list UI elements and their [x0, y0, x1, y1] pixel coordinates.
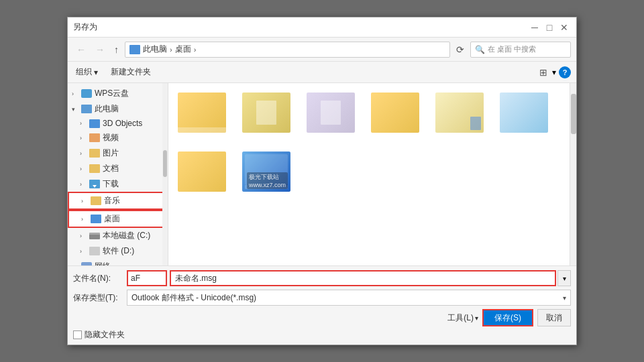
- filetype-dropdown-arrow: ▾: [563, 294, 566, 302]
- file-area: 极光下载站www.xz7.com: [168, 83, 570, 265]
- sidebar-item-downloads[interactable]: › 下载: [68, 176, 168, 192]
- folder-icon: [89, 164, 100, 173]
- file-item[interactable]: [304, 90, 358, 138]
- file-thumbnail: [307, 93, 355, 133]
- filename-dropdown-btn[interactable]: ▾: [557, 270, 571, 286]
- search-placeholder: 在 桌面 中搜索: [488, 44, 536, 54]
- save-button[interactable]: 保存(S): [482, 309, 533, 326]
- network-icon: [81, 262, 92, 265]
- pc-icon: [81, 105, 92, 113]
- cloud-icon: [81, 89, 92, 98]
- sidebar-item-this-pc[interactable]: ▾ 此电脑: [68, 101, 168, 117]
- hide-folders-toggle[interactable]: 隐藏文件夹: [73, 329, 125, 341]
- breadcrumb[interactable]: 此电脑 › 桌面 ›: [125, 42, 450, 58]
- file-item[interactable]: [175, 149, 229, 197]
- file-item[interactable]: [497, 90, 551, 138]
- sidebar-item-network[interactable]: › 网络: [68, 259, 168, 265]
- filename-input[interactable]: [170, 270, 556, 286]
- expand-icon: ›: [81, 216, 88, 223]
- file-thumbnail: [500, 93, 548, 133]
- filetype-value: Outlook 邮件格式 - Unicode(*.msg): [131, 292, 256, 304]
- sidebar-item-label: 3D Objects: [103, 119, 142, 128]
- expand-icon: ›: [72, 263, 78, 266]
- sidebar-item-documents[interactable]: › 文档: [68, 161, 168, 176]
- drive-icon: [89, 233, 100, 239]
- scrollbar-thumb[interactable]: [163, 150, 167, 177]
- file-thumbnail: [178, 93, 226, 133]
- sidebar-item-label: 软件 (D:): [103, 245, 134, 257]
- tools-group: 工具(L) ▾: [447, 312, 478, 324]
- buttons-row: 工具(L) ▾ 保存(S) 取消: [73, 309, 571, 326]
- file-thumbnail: [435, 93, 484, 133]
- sidebar-item-label: 音乐: [104, 195, 120, 206]
- file-item[interactable]: [175, 90, 229, 138]
- search-bar[interactable]: 🔍 在 桌面 中搜索: [470, 42, 571, 58]
- organize-arrow: ▾: [94, 68, 98, 77]
- file-thumbnail: [371, 93, 419, 133]
- scrollbar-thumb[interactable]: [571, 94, 576, 134]
- back-button[interactable]: ←: [73, 42, 89, 57]
- folder-icon: [89, 119, 100, 128]
- expand-icon: ›: [80, 233, 87, 239]
- sidebar-scrollbar: [162, 83, 168, 265]
- folder-icon: [89, 149, 100, 158]
- sidebar-item-images[interactable]: › 图片: [68, 145, 168, 161]
- view-controls: ⊞ ▾ ?: [537, 65, 571, 80]
- maximize-button[interactable]: □: [543, 21, 556, 34]
- help-button[interactable]: ?: [559, 66, 571, 78]
- nav-toolbar: ← → ↑ 此电脑 › 桌面 › ⟳ 🔍 在 桌面 中搜索: [68, 38, 576, 62]
- filename-prefix-field[interactable]: aF: [127, 270, 167, 286]
- hide-folders-label: 隐藏文件夹: [85, 329, 125, 341]
- sidebar-item-label: 视频: [103, 132, 119, 143]
- footer-row: 隐藏文件夹: [73, 329, 571, 341]
- breadcrumb-sep1: ›: [170, 46, 172, 54]
- new-folder-button[interactable]: 新建文件夹: [106, 64, 156, 80]
- file-thumbnail: [178, 152, 226, 192]
- dialog-title: 另存为: [73, 21, 97, 33]
- sidebar-item-label: 图片: [103, 147, 119, 159]
- cancel-button[interactable]: 取消: [537, 309, 571, 326]
- file-item[interactable]: 极光下载站www.xz7.com: [239, 149, 293, 197]
- tools-arrow: ▾: [475, 314, 478, 322]
- file-item[interactable]: [368, 90, 422, 138]
- sidebar-item-disk-c[interactable]: › 本地磁盘 (C:): [68, 228, 168, 243]
- forward-button[interactable]: →: [92, 42, 108, 57]
- sidebar-item-drive-d[interactable]: › 软件 (D:): [68, 243, 168, 259]
- title-controls: ─ □ ✕: [528, 21, 571, 34]
- up-button[interactable]: ↑: [111, 42, 122, 57]
- expand-icon: ›: [81, 198, 88, 204]
- organize-label: 组织: [76, 66, 92, 78]
- view-toggle-button[interactable]: ⊞: [537, 65, 549, 80]
- hide-folders-checkbox[interactable]: [73, 330, 82, 339]
- sidebar-item-music[interactable]: › 音乐: [68, 192, 168, 210]
- sidebar-item-label: 本地磁盘 (C:): [103, 230, 150, 241]
- filetype-row: 保存类型(T): Outlook 邮件格式 - Unicode(*.msg) ▾: [73, 290, 571, 306]
- sidebar-item-label: WPS云盘: [95, 88, 129, 99]
- filename-label: 文件名(N):: [73, 273, 127, 284]
- organize-button[interactable]: 组织 ▾: [73, 65, 101, 79]
- sidebar-item-videos[interactable]: › 视频: [68, 130, 168, 145]
- sidebar-item-label: 下载: [103, 178, 119, 190]
- file-item[interactable]: [433, 90, 486, 138]
- file-item[interactable]: [239, 90, 293, 138]
- expand-icon: ›: [80, 248, 87, 255]
- sidebar-item-label: 桌面: [104, 213, 120, 225]
- main-content: › WPS云盘 ▾ 此电脑 › 3D Objects › 视频: [68, 83, 576, 265]
- minimize-button[interactable]: ─: [528, 21, 541, 34]
- actions-bar: 组织 ▾ 新建文件夹 ⊞ ▾ ?: [68, 62, 576, 83]
- tools-label: 工具(L): [447, 312, 474, 324]
- sidebar-item-label: 文档: [103, 163, 119, 174]
- file-thumbnail: [242, 93, 290, 133]
- expand-icon: ›: [80, 135, 87, 141]
- expand-icon: ›: [80, 120, 87, 127]
- right-scrollbar: [570, 83, 576, 265]
- close-button[interactable]: ✕: [557, 21, 571, 34]
- sidebar-item-3d-objects[interactable]: › 3D Objects: [68, 117, 168, 130]
- refresh-button[interactable]: ⟳: [453, 42, 468, 57]
- sidebar-item-desktop[interactable]: › 桌面: [68, 210, 168, 228]
- bottom-section: 文件名(N): aF ▾ 保存类型(T): Outlook 邮件格式 - Uni…: [68, 265, 576, 345]
- filetype-dropdown[interactable]: Outlook 邮件格式 - Unicode(*.msg) ▾: [127, 290, 571, 306]
- expand-icon: ›: [72, 90, 78, 97]
- sidebar-item-wps-cloud[interactable]: › WPS云盘: [68, 86, 168, 101]
- expand-icon: ›: [80, 166, 87, 172]
